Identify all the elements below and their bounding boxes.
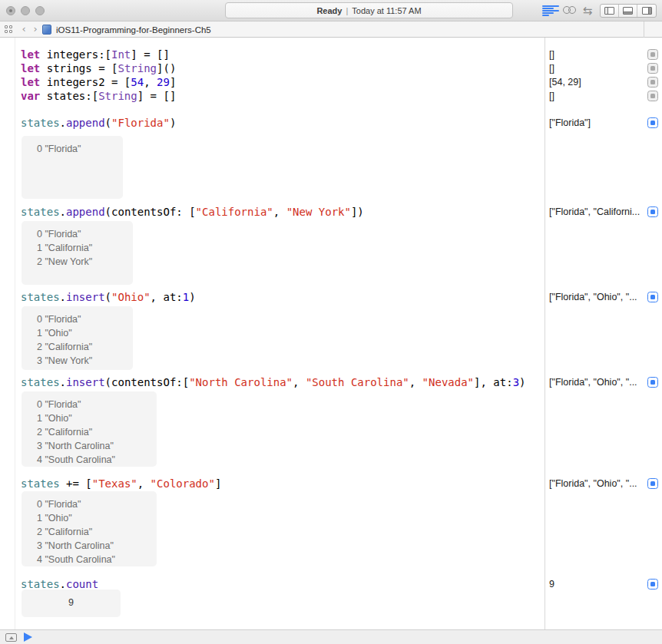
inline-result-box[interactable]: 0 "Florida"1 "Ohio"2 "California"3 "New … [22, 306, 133, 370]
code-line[interactable]: let integers:[Int] = [] [21, 48, 170, 61]
result-box-row: 3 "North Carolina" [37, 439, 157, 453]
quicklook-inner-square [650, 80, 655, 84]
code-token: Int [111, 48, 131, 61]
code-token: ) [519, 376, 525, 388]
code-token: "South Carolina" [306, 376, 409, 388]
code-token: append [66, 206, 105, 218]
quicklook-inner-square [650, 481, 655, 486]
build-timestamp: Today at 11:57 AM [352, 6, 421, 15]
zoom-window-button[interactable] [35, 6, 45, 15]
code-token: ]) [351, 206, 364, 218]
quicklook-result-button[interactable] [647, 49, 658, 60]
quicklook-result-button[interactable] [647, 77, 658, 88]
standard-editor-icon[interactable] [542, 5, 559, 16]
code-line[interactable]: states.insert("Ohio", at:1) [21, 290, 196, 304]
quicklook-result-button[interactable] [647, 478, 658, 489]
forward-button[interactable]: › [31, 25, 40, 34]
inline-result-box[interactable]: 0 "Florida"1 "California"2 "New York" [22, 221, 133, 285]
jump-bar: ‹ › iOS11-Programming-for-Beginners-Ch5 [0, 21, 662, 38]
code-token: ] [170, 76, 176, 88]
code-token: String [98, 90, 137, 102]
jumpbar-divider [644, 21, 644, 38]
quicklook-result-button[interactable] [647, 117, 658, 128]
quicklook-result-button[interactable] [647, 206, 658, 217]
code-token: states [21, 376, 60, 388]
code-token: String [118, 62, 157, 74]
toggle-debug-panel-icon[interactable] [619, 5, 637, 17]
code-token: "Ohio" [111, 291, 151, 303]
result-box-row: 1 "California" [37, 241, 133, 255]
code-line[interactable]: states += ["Texas", "Colorado"] [21, 477, 221, 490]
code-token: states [21, 477, 60, 490]
editor-content: let integers:[Int] = []let strings = [St… [0, 38, 662, 629]
quicklook-result-button[interactable] [647, 91, 658, 101]
code-token: (contentsOf:[ [105, 376, 190, 388]
result-box-row: 4 "South Carolina" [37, 453, 157, 467]
code-token: , [137, 477, 151, 490]
quicklook-result-button[interactable] [647, 63, 658, 74]
sidebar-result-value: ["Florida", "Ohio", "... [549, 477, 641, 490]
version-editor-icon[interactable]: ⇆ [580, 3, 595, 18]
toggle-navigator-panel-icon[interactable] [601, 5, 619, 17]
code-line[interactable]: states.insert(contentsOf:["North Carolin… [21, 375, 526, 389]
result-box-row: 1 "Ohio" [37, 326, 133, 340]
related-items-icon[interactable] [5, 25, 13, 34]
sidebar-row: ["Florida"] [549, 116, 658, 130]
quicklook-result-button[interactable] [647, 579, 658, 590]
code-token: ( [105, 117, 111, 129]
close-window-button[interactable] [6, 6, 15, 15]
debug-bar [0, 629, 662, 644]
code-token: , at: [151, 291, 183, 303]
sidebar-row: [] [549, 61, 658, 75]
code-line[interactable]: var states:[String] = [] [21, 89, 176, 103]
close-dot [9, 9, 12, 12]
inline-result-box[interactable]: 0 "Florida"1 "Ohio"2 "California"3 "Nort… [22, 391, 157, 467]
code-token: "Nevada" [422, 376, 474, 388]
sidebar-row: ["Florida", "Californi... [549, 205, 658, 219]
result-box-row: 1 "Ohio" [37, 511, 157, 525]
sidebar-result-value: [54, 29] [549, 75, 641, 89]
code-token: ] = [] [137, 90, 177, 102]
code-token: . [60, 578, 66, 590]
code-line[interactable]: states.append("Florida") [21, 116, 176, 130]
code-token: ) [170, 117, 176, 129]
quicklook-result-button[interactable] [647, 377, 658, 388]
code-token: 3 [513, 376, 519, 388]
toggle-results-panel-icon[interactable] [5, 633, 17, 642]
results-sidebar: [][][54, 29][]["Florida"]["Florida", "Ca… [544, 38, 662, 629]
sidebar-result-value: ["Florida", "Californi... [549, 205, 641, 219]
sidebar-result-value: ["Florida", "Ohio", "... [549, 375, 641, 389]
code-token: "Florida" [111, 117, 170, 129]
result-box-row: 0 "Florida" [37, 398, 157, 411]
code-token: , [409, 376, 422, 388]
inline-result-box[interactable]: 0 "Florida" [22, 136, 123, 199]
run-playground-button[interactable] [24, 632, 32, 642]
sidebar-result-value: ["Florida", "Ohio", "... [549, 290, 641, 304]
quicklook-inner-square [650, 582, 655, 586]
quicklook-inner-square [650, 66, 655, 71]
minimize-window-button[interactable] [21, 6, 30, 15]
sidebar-result-value: [] [549, 89, 641, 103]
editor-area[interactable]: let integers:[Int] = []let strings = [St… [0, 38, 544, 629]
code-token: , [144, 76, 157, 88]
code-token: ] = [] [131, 48, 170, 61]
code-token: states:[ [40, 90, 98, 102]
assistant-editor-icon[interactable] [563, 6, 578, 15]
back-button[interactable]: ‹ [19, 25, 28, 34]
code-token: , [293, 376, 306, 388]
code-line[interactable]: states.append(contentsOf: ["California",… [21, 205, 364, 219]
result-box-row: 3 "New York" [37, 354, 133, 368]
inline-result-box[interactable]: 0 "Florida"1 "Ohio"2 "California"3 "Nort… [22, 491, 157, 566]
quicklook-result-button[interactable] [647, 292, 658, 302]
code-token: states [21, 578, 60, 590]
toggle-inspector-panel-icon[interactable] [637, 5, 656, 17]
breadcrumb-filename[interactable]: iOS11-Programming-for-Beginners-Ch5 [56, 25, 211, 35]
result-box-row: 2 "New York" [37, 255, 133, 269]
code-line[interactable]: let integers2 = [54, 29] [21, 75, 176, 89]
result-box-row: 1 "Ohio" [37, 411, 157, 425]
code-token: append [66, 117, 105, 129]
code-line[interactable]: let strings = [String]() [21, 61, 176, 75]
result-box-row: 0 "Florida" [37, 142, 123, 156]
inline-result-box[interactable]: 9 [22, 590, 121, 617]
code-token: += [ [60, 477, 92, 490]
